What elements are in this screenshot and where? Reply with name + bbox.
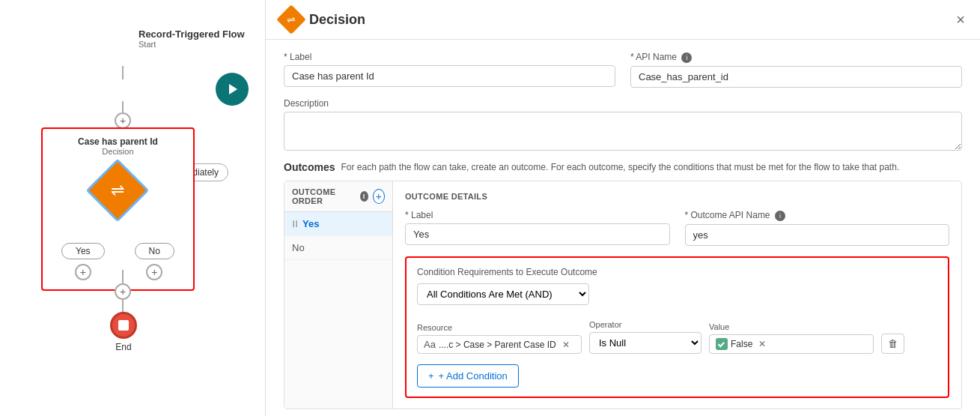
outcome-label-input[interactable] [405, 223, 670, 245]
add-condition-button[interactable]: + + Add Condition [417, 364, 519, 388]
yes-pill[interactable]: Yes [61, 243, 105, 259]
description-textarea[interactable] [284, 112, 962, 151]
resource-input[interactable]: Aa ....c > Case > Parent Case ID ✕ [417, 335, 582, 354]
false-badge: False ✕ [716, 338, 766, 350]
flow-title: Record-Triggered Flow [139, 28, 245, 40]
add-before-decision[interactable]: + [115, 112, 131, 129]
value-label: Value [709, 322, 874, 331]
resource-col: Resource Aa ....c > Case > Parent Case I… [417, 323, 582, 354]
decision-panel: ⇌ Decision × * Label * API Name i Descri… [266, 0, 980, 416]
condition-row: Resource Aa ....c > Case > Parent Case I… [417, 320, 937, 354]
add-outcome-button[interactable]: + [373, 189, 385, 204]
outcome-order-panel: OUTCOME ORDER i + ⁞⁞ Yes No [284, 181, 393, 409]
outcome-api-input[interactable] [685, 224, 950, 246]
api-name-info-icon: i [681, 52, 692, 63]
resource-remove-icon[interactable]: ✕ [562, 340, 570, 350]
outcome-details-header: OUTCOME DETAILS [405, 192, 949, 201]
add-after-yes[interactable]: + [75, 264, 91, 280]
condition-req-select[interactable]: All Conditions Are Met (AND) [417, 283, 589, 305]
diamond-node[interactable]: ⇌ [61, 160, 174, 220]
outcome-api-info-icon: i [775, 211, 785, 221]
label-api-row: * Label * API Name i [284, 52, 962, 88]
operator-select[interactable]: Is Null [589, 332, 701, 354]
description-group: Description [284, 98, 962, 151]
false-text: False [731, 339, 752, 349]
add-condition-plus: + [428, 370, 434, 382]
panel-body: * Label * API Name i Description Outcome… [266, 40, 980, 416]
end-circle [110, 312, 137, 339]
add-after-no[interactable]: + [146, 264, 162, 280]
connector-1 [122, 66, 124, 79]
condition-requirements-box: Condition Requirements to Execute Outcom… [405, 256, 949, 398]
resource-label: Resource [417, 323, 582, 332]
outcomes-title: Outcomes [284, 161, 335, 173]
operator-col: Operator Is Null [589, 320, 701, 354]
outcomes-header: Outcomes For each path the flow can take… [284, 161, 962, 173]
svg-marker-0 [229, 84, 237, 94]
flow-title-group: Record-Triggered Flow Start [139, 28, 245, 49]
outcome-order-info-icon: i [360, 191, 368, 202]
add-condition-label: + Add Condition [439, 370, 508, 382]
outcome-order-header: OUTCOME ORDER i + [284, 181, 392, 212]
outcome-api-label: * Outcome API Name i [685, 210, 950, 221]
drag-handle: ⁞⁞ [292, 219, 298, 229]
api-name-label: * API Name i [630, 52, 962, 63]
panel-header: ⇌ Decision × [266, 0, 980, 40]
end-node-group: End [110, 312, 137, 352]
decision-title-group: Case has parent Id Decision [61, 136, 174, 156]
label-group: * Label [284, 52, 615, 88]
value-remove-icon[interactable]: ✕ [758, 339, 766, 349]
connector-3 [122, 270, 124, 285]
outcome-label-api-row: * Label * Outcome API Name i [405, 210, 949, 246]
label-field-label: * Label [284, 52, 615, 62]
delete-condition-button[interactable]: 🗑 [881, 334, 904, 354]
decision-diamond-icon: ⇌ [276, 4, 306, 34]
close-button[interactable]: × [956, 11, 965, 28]
resource-text-icon: Aa [424, 339, 436, 350]
decision-highlighted-container: Case has parent Id Decision ⇌ Yes + No + [41, 127, 195, 291]
false-value-icon [716, 338, 728, 350]
outcome-yes-item[interactable]: ⁞⁞ Yes [284, 212, 392, 236]
value-input[interactable]: False ✕ [709, 334, 874, 354]
api-name-group: * API Name i [630, 52, 962, 88]
flow-subtitle: Start [139, 40, 245, 49]
add-after-decision[interactable]: + [115, 283, 131, 300]
outcomes-layout: OUTCOME ORDER i + ⁞⁞ Yes No OUTCOME DETA… [284, 181, 962, 409]
resource-text: ....c > Case > Parent Case ID [439, 340, 556, 350]
decision-subtitle: Decision [61, 147, 174, 156]
no-pill[interactable]: No [135, 243, 174, 259]
operator-label: Operator [589, 320, 701, 329]
outcomes-section: Outcomes For each path the flow can take… [284, 161, 962, 409]
value-col: Value False ✕ [709, 322, 874, 354]
flow-canvas-panel: Record-Triggered Flow Start Run Immediat… [0, 0, 266, 416]
outcome-details-panel: OUTCOME DETAILS * Label * Outcome API Na… [393, 181, 961, 409]
outcome-label-group: * Label [405, 210, 670, 246]
outcome-label-field-label: * Label [405, 210, 670, 220]
outcomes-desc: For each path the flow can take, create … [341, 162, 899, 172]
description-label: Description [284, 98, 962, 109]
end-label: End [115, 342, 131, 352]
yes-no-outcomes: Yes + No + [61, 243, 174, 280]
api-name-input[interactable] [630, 66, 962, 88]
outcome-no-item[interactable]: No [284, 236, 392, 260]
condition-req-title: Condition Requirements to Execute Outcom… [417, 267, 937, 277]
label-input[interactable] [284, 65, 615, 87]
decision-title: Case has parent Id [61, 136, 174, 147]
outcome-api-group: * Outcome API Name i [685, 210, 950, 246]
panel-title: Decision [309, 12, 365, 28]
